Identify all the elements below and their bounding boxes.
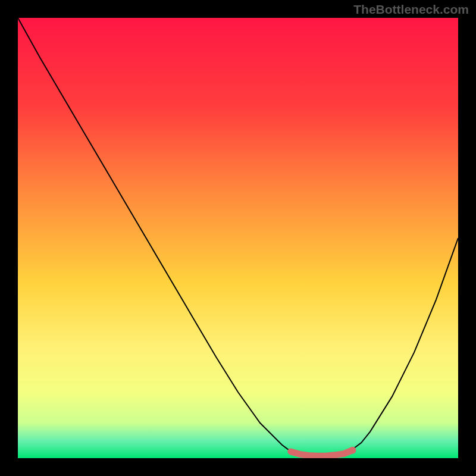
marker-end-dot bbox=[349, 447, 356, 454]
chart-plot-area bbox=[18, 18, 458, 458]
bottleneck-curve-chart bbox=[18, 18, 458, 458]
watermark-text: TheBottleneck.com bbox=[353, 2, 469, 17]
